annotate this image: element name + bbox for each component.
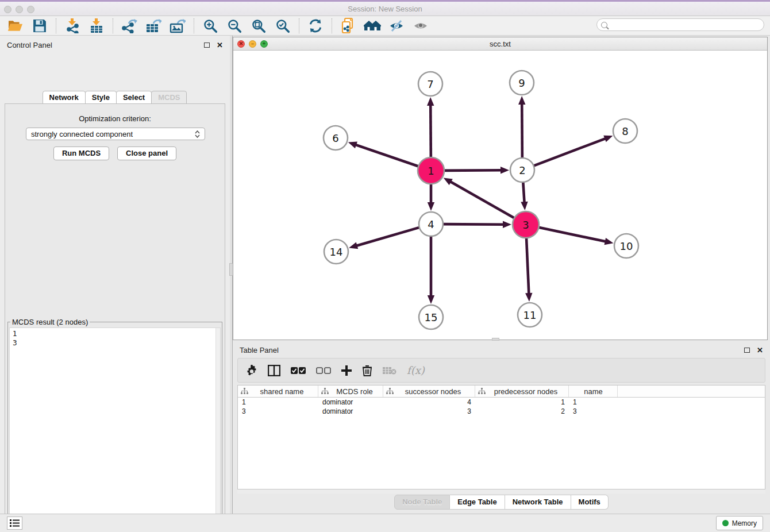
control-panel-close-button[interactable]: ✕ [217, 41, 223, 49]
network-window-title: scc.txt [233, 40, 767, 48]
zoom-selected-button[interactable] [272, 17, 293, 34]
graph-node-4[interactable]: 4 [419, 212, 443, 236]
graph-node-15[interactable]: 15 [419, 305, 443, 329]
graph-edge-3-11[interactable] [525, 238, 532, 302]
column-header-predecessor-nodes[interactable]: predecessor nodes [475, 385, 569, 397]
graph-edge-3-10[interactable] [539, 228, 614, 245]
save-session-button[interactable] [29, 17, 50, 34]
tab-mcds[interactable]: MCDS [151, 91, 187, 105]
table-cell[interactable]: 3 [383, 407, 475, 416]
tab-network-table[interactable]: Network Table [505, 495, 571, 510]
dropdown-stepper-icon [195, 130, 200, 138]
table-cell[interactable]: 4 [383, 398, 475, 407]
export-network-button[interactable] [119, 17, 140, 34]
table-cell[interactable]: dominator [318, 407, 383, 416]
table-row[interactable]: 3dominator323 [238, 407, 765, 416]
graph-node-1[interactable]: 1 [418, 157, 444, 184]
deselect-all-columns-button[interactable] [316, 364, 331, 377]
graph-node-3[interactable]: 3 [513, 211, 539, 238]
fit-content-button[interactable] [248, 17, 269, 34]
zoom-out-button[interactable] [224, 17, 245, 34]
hide-selected-button[interactable] [386, 17, 407, 34]
tab-node-table[interactable]: Node Table [394, 495, 450, 510]
graph-edge-1-7[interactable] [427, 97, 434, 157]
control-panel-float-button[interactable] [204, 43, 210, 48]
network-graph: 7968124314101511 [233, 51, 767, 340]
table-cell[interactable]: 1 [569, 398, 618, 407]
task-history-button[interactable] [7, 516, 22, 530]
graph-edge-2-9[interactable] [518, 96, 525, 158]
graph-edge-2-8[interactable] [534, 136, 613, 166]
graph-node-6[interactable]: 6 [324, 126, 348, 150]
memory-button[interactable]: Memory [716, 516, 763, 530]
table-panel-float-button[interactable] [744, 348, 750, 353]
table-cell[interactable]: 3 [569, 407, 618, 416]
new-network-from-selection-button[interactable] [338, 17, 359, 34]
function-builder-button[interactable]: f(x) [407, 364, 425, 377]
open-session-button[interactable] [5, 17, 26, 34]
table-tabbar: Node TableEdge TableNetwork TableMotifs [233, 495, 770, 510]
split-columns-button[interactable] [268, 364, 280, 377]
tab-select[interactable]: Select [116, 91, 152, 105]
table-row[interactable]: 1dominator411 [238, 398, 765, 407]
import-table-button[interactable] [86, 17, 107, 34]
graph-edge-2-3[interactable] [521, 182, 528, 210]
criterion-dropdown[interactable]: strongly connected component [26, 128, 205, 140]
import-network-button[interactable] [62, 17, 83, 34]
search-input[interactable] [610, 20, 764, 30]
delete-table-button[interactable] [383, 364, 396, 377]
export-image-button[interactable] [167, 17, 188, 34]
node-label: 1 [428, 165, 434, 177]
export-table-button[interactable] [143, 17, 164, 34]
network-window-titlebar[interactable]: ✕ – + scc.txt [233, 37, 767, 51]
graph-node-2[interactable]: 2 [510, 158, 534, 182]
search-box[interactable] [596, 18, 764, 31]
list-icon [10, 519, 20, 527]
table-cell[interactable]: 1 [475, 398, 569, 407]
column-header-name[interactable]: name [569, 385, 618, 397]
eye-icon [413, 19, 429, 33]
graph-node-9[interactable]: 9 [510, 71, 534, 95]
mcds-result-textarea[interactable]: 13 [9, 327, 221, 532]
table-cell[interactable]: 2 [475, 407, 569, 416]
node-label: 10 [620, 240, 633, 252]
graph-edge-4-3[interactable] [443, 221, 511, 228]
table-cell[interactable]: dominator [318, 398, 383, 407]
graph-edge-3-1[interactable] [444, 178, 514, 218]
graph-edge-1-2[interactable] [444, 167, 509, 174]
graph-edge-4-14[interactable] [349, 228, 419, 249]
edge-arrowhead [605, 238, 614, 245]
table-gear-button[interactable] [246, 364, 257, 377]
zoom-in-button[interactable] [200, 17, 221, 34]
column-header-MCDS-role[interactable]: MCDS role [318, 385, 383, 397]
table-panel-close-button[interactable]: ✕ [757, 346, 763, 354]
run-mcds-button[interactable]: Run MCDS [53, 147, 109, 160]
select-all-columns-button[interactable] [291, 364, 306, 377]
table-cell[interactable]: 3 [238, 407, 318, 416]
graph-edge-4-15[interactable] [428, 236, 434, 304]
tab-network[interactable]: Network [43, 91, 86, 105]
tab-motifs[interactable]: Motifs [571, 495, 609, 510]
graph-node-14[interactable]: 14 [324, 240, 348, 264]
delete-column-button[interactable] [362, 364, 372, 377]
table-cell[interactable]: 1 [238, 398, 318, 407]
network-canvas[interactable]: 7968124314101511 [233, 51, 767, 340]
tab-edge-table[interactable]: Edge Table [450, 495, 505, 510]
node-label: 14 [330, 246, 343, 258]
result-scrollbar[interactable] [215, 328, 220, 532]
hierarchy-icon [386, 388, 394, 395]
tab-style[interactable]: Style [85, 91, 117, 105]
show-all-button[interactable] [410, 17, 431, 34]
first-neighbors-button[interactable] [362, 17, 383, 34]
graph-edge-1-6[interactable] [348, 141, 418, 166]
add-column-button[interactable] [341, 364, 352, 377]
refresh-button[interactable] [305, 17, 326, 34]
graph-node-7[interactable]: 7 [418, 72, 442, 96]
graph-node-10[interactable]: 10 [614, 234, 638, 258]
graph-node-8[interactable]: 8 [613, 119, 637, 143]
column-header-shared-name[interactable]: shared name [238, 385, 318, 397]
column-header-successor-nodes[interactable]: successor nodes [383, 385, 475, 397]
close-panel-button[interactable]: Close panel [117, 147, 176, 160]
graph-edge-1-4[interactable] [428, 184, 434, 211]
graph-node-11[interactable]: 11 [518, 303, 542, 327]
